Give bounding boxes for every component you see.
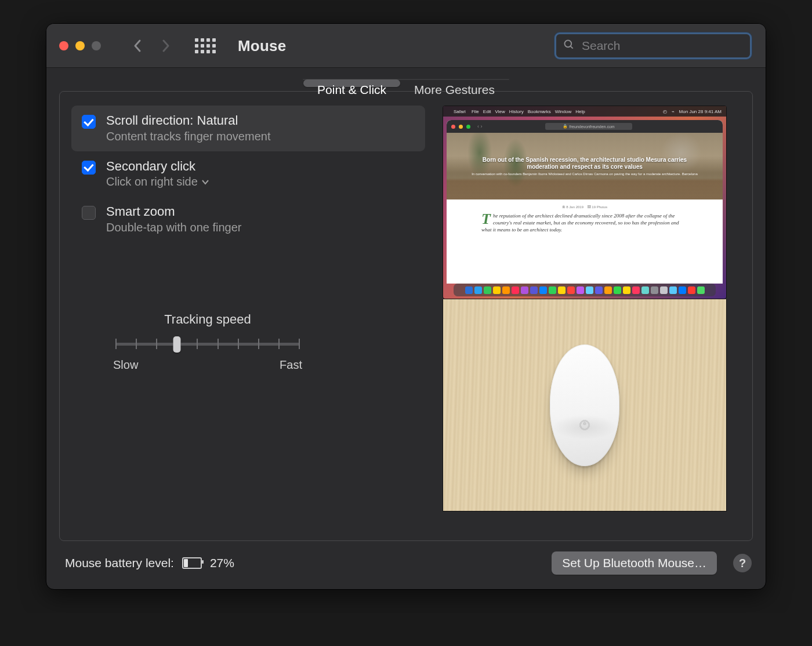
control-center-icon: ⌁	[672, 109, 675, 114]
search-field[interactable]	[554, 32, 752, 59]
preview-article-body: The reputation of the architect declined…	[481, 212, 688, 233]
slider-knob[interactable]	[173, 336, 180, 353]
checkbox-secondary-click[interactable]	[82, 161, 96, 175]
svg-point-0	[565, 40, 572, 47]
option-title: Scroll direction: Natural	[106, 112, 270, 129]
options-list: Scroll direction: Natural Content tracks…	[60, 106, 425, 511]
zoom-window-button	[92, 41, 101, 50]
search-icon	[563, 39, 575, 53]
titlebar: Mouse	[46, 24, 766, 68]
preview-dock	[454, 284, 716, 296]
tracking-speed-slider[interactable]	[112, 334, 303, 354]
footer: Mouse battery level: 27% Set Up Bluetoot…	[46, 541, 766, 587]
minimize-window-button[interactable]	[75, 41, 85, 50]
tracking-speed-block: Tracking speed Slow Fast	[112, 312, 303, 372]
option-scroll-direction[interactable]: Scroll direction: Natural Content tracks…	[71, 106, 425, 151]
option-title: Secondary click	[106, 158, 209, 175]
window-title: Mouse	[238, 37, 286, 55]
back-button[interactable]	[129, 34, 146, 57]
content-area: Point & Click More Gestures Scroll direc…	[46, 68, 766, 589]
svg-line-1	[571, 46, 573, 48]
gesture-preview: Safari FileEditViewHistoryBookmarksWindo…	[443, 106, 727, 511]
option-subtitle-dropdown[interactable]: Click on right side	[106, 175, 209, 188]
battery-label: Mouse battery level:	[65, 556, 174, 570]
option-subtitle: Content tracks finger movement	[106, 130, 270, 143]
preview-desk	[443, 299, 727, 511]
search-input[interactable]	[581, 38, 743, 53]
tab-more-gestures[interactable]: More Gestures	[400, 79, 509, 87]
preview-magic-mouse	[550, 344, 619, 466]
option-title: Smart zoom	[106, 204, 241, 220]
checkbox-scroll-direction[interactable]	[82, 115, 96, 129]
slider-label: Tracking speed	[112, 312, 303, 327]
preview-browser: ‹ › 🔒freundevonfreunden.com Born out of …	[447, 120, 723, 284]
slider-max-label: Fast	[280, 358, 302, 372]
preview-hero-sub: In conversation with co-founders Benjami…	[472, 172, 698, 176]
window-controls	[59, 41, 101, 50]
tab-bar: Point & Click More Gestures	[302, 78, 510, 81]
tab-point-and-click[interactable]: Point & Click	[303, 79, 400, 87]
preview-hero-title: Born out of the Spanish recession, the a…	[470, 157, 699, 170]
settings-panel: Scroll direction: Natural Content tracks…	[59, 91, 753, 541]
help-button[interactable]: ?	[733, 554, 752, 572]
option-smart-zoom[interactable]: Smart zoom Double-tap with one finger	[71, 197, 425, 242]
preview-address-bar: 🔒freundevonfreunden.com	[545, 123, 632, 130]
wifi-icon: ◴	[663, 109, 667, 114]
preview-screen: Safari FileEditViewHistoryBookmarksWindo…	[443, 106, 727, 299]
option-secondary-click[interactable]: Secondary click Click on right side	[71, 151, 425, 197]
checkbox-smart-zoom[interactable]	[82, 206, 96, 220]
option-subtitle: Double-tap with one finger	[106, 221, 241, 234]
setup-bluetooth-mouse-button[interactable]: Set Up Bluetooth Mouse…	[552, 551, 717, 575]
preview-article-meta: 🗓 8 Jan 2019 🖼 19 Photos	[481, 205, 688, 209]
close-window-button[interactable]	[59, 41, 68, 50]
preferences-window: Mouse Point & Click More Gestures Scr	[46, 23, 766, 590]
slider-min-label: Slow	[113, 358, 138, 372]
show-all-prefs-button[interactable]	[195, 38, 216, 53]
chevron-down-icon	[201, 179, 209, 185]
battery-icon	[182, 557, 202, 569]
forward-button	[157, 34, 174, 57]
preview-menubar: Safari FileEditViewHistoryBookmarksWindo…	[443, 106, 726, 117]
battery-percent: 27%	[210, 556, 234, 570]
